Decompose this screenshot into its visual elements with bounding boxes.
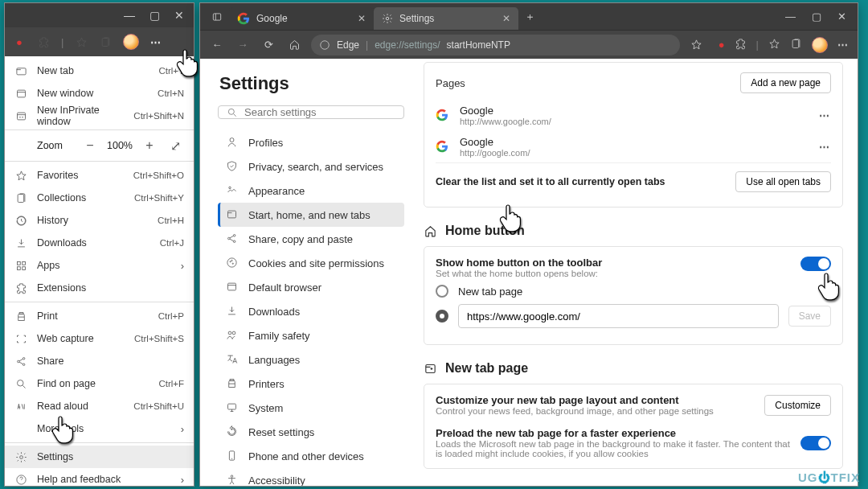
more-menu-button[interactable]: ⋯ bbox=[837, 39, 850, 51]
svg-point-18 bbox=[386, 17, 389, 20]
maximize-button[interactable]: ▢ bbox=[149, 9, 160, 22]
sidebar-item-phone[interactable]: Phone and other devices bbox=[218, 444, 404, 468]
menu-collections[interactable]: Collections Ctrl+Shift+Y bbox=[5, 187, 194, 209]
sidebar-item-share[interactable]: Share, copy and paste bbox=[218, 227, 404, 251]
menu-history[interactable]: History Ctrl+H bbox=[5, 209, 194, 232]
fullscreen-button[interactable]: ⤢ bbox=[166, 137, 184, 154]
menu-print[interactable]: Print Ctrl+P bbox=[5, 305, 194, 327]
address-path: startHomeNTP bbox=[447, 39, 510, 51]
forward-button[interactable]: → bbox=[234, 36, 252, 54]
back-button[interactable]: ← bbox=[208, 36, 226, 54]
add-page-button[interactable]: Add a new page bbox=[740, 72, 831, 93]
sidebar-item-appearance[interactable]: Appearance bbox=[218, 179, 404, 203]
address-field[interactable]: Edge | edge://settings/startHomeNTP bbox=[311, 35, 680, 55]
home-option-newtab[interactable]: New tab page bbox=[436, 285, 831, 298]
sidebar-item-system[interactable]: System bbox=[218, 396, 404, 420]
sidebar-item-downloads[interactable]: Downloads bbox=[218, 299, 404, 323]
menu-settings[interactable]: Settings bbox=[5, 446, 194, 468]
menu-more-tools[interactable]: More tools › bbox=[5, 417, 194, 440]
close-button[interactable]: ✕ bbox=[174, 9, 184, 22]
preload-toggle[interactable] bbox=[800, 436, 831, 450]
more-menu-button[interactable]: ⋯ bbox=[150, 36, 162, 48]
customize-button[interactable]: Customize bbox=[764, 395, 831, 416]
sidebar-item-privacy[interactable]: Privacy, search, and services bbox=[218, 154, 404, 179]
sidebar-item-languages[interactable]: Languages bbox=[218, 347, 404, 372]
page-more-button[interactable]: ⋯ bbox=[819, 109, 831, 121]
menu-favorites[interactable]: Favorites Ctrl+Shift+O bbox=[5, 164, 194, 187]
svg-point-11 bbox=[17, 360, 19, 363]
sidebar-item-start[interactable]: Start, home, and new tabs bbox=[218, 203, 404, 227]
zoom-out-button[interactable]: − bbox=[81, 137, 99, 154]
sidebar-item-accessibility[interactable]: Accessibility bbox=[218, 468, 404, 486]
favorite-star-icon[interactable] bbox=[688, 36, 706, 54]
pages-label: Pages bbox=[436, 77, 465, 89]
page-title: Google bbox=[460, 105, 551, 117]
sidebar-item-family[interactable]: Family safety bbox=[218, 323, 404, 347]
tab-close-icon[interactable]: ✕ bbox=[358, 13, 366, 24]
collections-icon[interactable] bbox=[790, 38, 802, 52]
collections-icon[interactable] bbox=[99, 35, 112, 48]
menu-apps[interactable]: Apps › bbox=[5, 254, 194, 277]
close-button[interactable]: ✕ bbox=[837, 10, 846, 23]
sidebar-item-printers[interactable]: Printers bbox=[218, 372, 404, 396]
use-open-tabs-button[interactable]: Use all open tabs bbox=[735, 171, 831, 192]
search-settings[interactable] bbox=[218, 105, 404, 119]
new-tab-button[interactable]: ＋ bbox=[518, 3, 541, 30]
maximize-button[interactable]: ▢ bbox=[812, 10, 821, 23]
home-button[interactable] bbox=[285, 36, 303, 54]
menu-web-capture[interactable]: Web capture Ctrl+Shift+S bbox=[5, 327, 194, 350]
svg-point-15 bbox=[19, 455, 23, 458]
tab-title: Settings bbox=[399, 13, 434, 24]
address-bar: ← → ⟳ Edge | edge://settings/startHomeNT… bbox=[200, 30, 858, 59]
menu-extensions[interactable]: Extensions bbox=[5, 277, 194, 299]
menu-new-inprivate[interactable]: New InPrivate window Ctrl+Shift+N bbox=[5, 105, 194, 127]
svg-rect-4 bbox=[18, 194, 24, 202]
sidebar-item-cookies[interactable]: Cookies and site permissions bbox=[218, 251, 404, 275]
menu-new-window[interactable]: New window Ctrl+N bbox=[5, 82, 194, 105]
sidebar-item-label: Default browser bbox=[248, 281, 321, 294]
minimize-button[interactable]: — bbox=[785, 10, 796, 23]
zoom-in-button[interactable]: + bbox=[141, 137, 158, 154]
menu-new-tab[interactable]: New tab Ctrl+T bbox=[5, 60, 194, 82]
extension-icon[interactable] bbox=[37, 35, 50, 48]
favorites-icon[interactable] bbox=[768, 38, 780, 52]
page-more-button[interactable]: ⋯ bbox=[819, 141, 831, 153]
refresh-button[interactable]: ⟳ bbox=[260, 36, 277, 54]
menu-help[interactable]: Help and feedback › bbox=[5, 468, 194, 489]
tab-settings[interactable]: Settings ✕ bbox=[374, 7, 518, 30]
sidebar-item-label: Phone and other devices bbox=[248, 450, 364, 462]
settings-main[interactable]: Pages Add a new page Googlehttp://www.go… bbox=[409, 59, 858, 486]
shortcut: Ctrl+Shift+N bbox=[133, 111, 184, 121]
reset-icon bbox=[226, 425, 239, 438]
tab-close-icon[interactable]: ✕ bbox=[502, 13, 510, 24]
menu-read-aloud[interactable]: Read aloud Ctrl+Shift+U bbox=[5, 395, 194, 417]
tab-google[interactable]: Google ✕ bbox=[229, 7, 374, 30]
adblock-icon[interactable]: ● bbox=[719, 39, 725, 51]
menu-find[interactable]: Find on page Ctrl+F bbox=[5, 372, 194, 395]
tab-actions-button[interactable] bbox=[205, 3, 229, 30]
settings-sidebar: Settings ProfilesPrivacy, search, and se… bbox=[200, 59, 409, 486]
sidebar-item-reset[interactable]: Reset settings bbox=[218, 420, 404, 444]
downloads-icon bbox=[226, 305, 239, 318]
extension-icon[interactable] bbox=[735, 38, 747, 52]
sidebar-item-default[interactable]: Default browser bbox=[218, 275, 404, 299]
home-option-url[interactable]: Save bbox=[436, 304, 831, 328]
menu-downloads[interactable]: Downloads Ctrl+J bbox=[5, 232, 194, 254]
profile-avatar[interactable] bbox=[123, 34, 139, 50]
start-icon bbox=[226, 208, 239, 221]
profile-avatar[interactable] bbox=[812, 37, 828, 53]
customize-title: Customize your new tab page layout and c… bbox=[436, 394, 714, 406]
home-url-input[interactable] bbox=[458, 304, 779, 328]
favorites-icon[interactable] bbox=[75, 35, 88, 48]
show-home-toggle[interactable] bbox=[800, 257, 831, 271]
menu-label: Read aloud bbox=[37, 401, 124, 412]
menu-share[interactable]: Share bbox=[5, 350, 194, 372]
help-icon bbox=[14, 473, 27, 486]
search-icon bbox=[227, 107, 238, 118]
adblock-icon[interactable]: ● bbox=[13, 35, 26, 48]
search-input[interactable] bbox=[244, 106, 395, 118]
section-heading: Home button bbox=[445, 224, 525, 238]
svg-rect-2 bbox=[17, 90, 25, 97]
sidebar-item-profiles[interactable]: Profiles bbox=[218, 130, 404, 154]
minimize-button[interactable]: — bbox=[124, 9, 135, 22]
